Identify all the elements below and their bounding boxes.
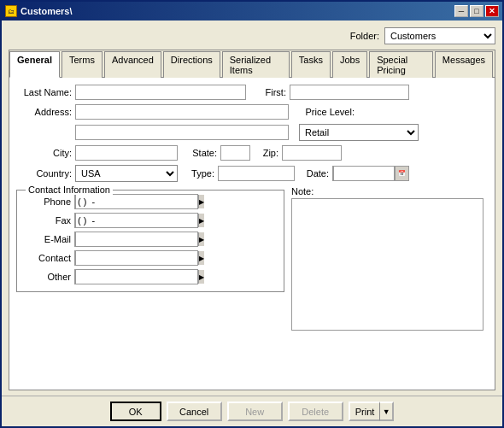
contact-row: Contact ▶ [24,250,277,266]
new-button[interactable]: New [227,402,283,421]
contact-input-wrapper: ▶ [74,250,194,266]
country-label: Country: [16,168,72,179]
price-level-label: Price Level: [299,107,355,117]
ok-button[interactable]: OK [110,402,161,421]
email-arrow-button[interactable]: ▶ [198,232,204,246]
print-button[interactable]: Print [349,402,381,421]
type-input[interactable] [218,166,295,181]
country-select[interactable]: USA Canada Mexico [75,165,178,182]
tab-general[interactable]: General [9,51,60,78]
city-state-zip-row: City: State: Zip: [16,145,488,161]
tab-terms[interactable]: Terms [62,51,103,78]
maximize-button[interactable]: □ [470,5,483,17]
address-price-row: Address: Price Level: [16,104,488,120]
contact-arrow-button[interactable]: ▶ [198,251,204,265]
folder-select[interactable]: Customers Vendors Employees [384,27,495,44]
tab-special-pricing[interactable]: Special Pricing [369,51,433,78]
phone-input-wrapper: ▶ [74,194,194,209]
address2-row: Retail Wholesale Special [16,124,488,141]
close-button[interactable]: ✕ [485,5,499,17]
date-input[interactable] [333,166,395,181]
last-name-label: Last Name: [16,87,72,97]
fax-arrow-button[interactable]: ▶ [198,214,204,227]
first-label: First: [256,87,286,97]
name-row: Last Name: First: [16,85,488,100]
phone-arrow-button[interactable]: ▶ [198,195,204,208]
print-dropdown-button[interactable]: ▼ [380,402,394,421]
tab-content-general: Last Name: First: Address: Price Level: [9,78,495,390]
zip-label: Zip: [257,148,278,158]
phone-row: Phone ▶ [24,194,277,209]
other-label: Other [24,272,71,282]
address1-input[interactable] [75,104,289,120]
phone-label: Phone [24,196,71,207]
other-row: Other ▶ [24,269,277,284]
date-label: Date: [302,168,329,179]
title-buttons: ─ □ ✕ [454,5,499,17]
tabs-header: General Terms Advanced Directions Serial… [9,50,495,78]
email-input-wrapper: ▶ [74,232,194,247]
tab-tasks[interactable]: Tasks [291,51,331,78]
price-level-select[interactable]: Retail Wholesale Special [299,124,419,141]
tabs-container: General Terms Advanced Directions Serial… [9,50,495,390]
date-picker-button[interactable]: 📅 [395,167,408,180]
folder-label: Folder: [350,31,379,41]
title-bar: 🗂 Customers\ ─ □ ✕ [2,2,502,21]
type-label: Type: [185,168,214,179]
fax-row: Fax ▶ [24,213,277,228]
note-section: Note: [291,186,488,331]
email-input[interactable] [75,232,198,247]
state-input[interactable] [220,145,250,161]
other-input[interactable] [75,269,198,284]
tab-directions[interactable]: Directions [163,51,220,78]
fax-input-wrapper: ▶ [74,213,194,228]
last-name-input[interactable] [75,85,246,100]
note-textarea[interactable] [291,198,483,331]
main-window: 🗂 Customers\ ─ □ ✕ Folder: Customers Ven… [0,0,504,428]
contact-input[interactable] [75,250,198,266]
other-arrow-button[interactable]: ▶ [198,270,204,284]
fax-label: Fax [24,215,71,226]
contact-label: Contact [24,253,71,263]
bottom-buttons: OK Cancel New Delete Print ▼ [2,396,502,426]
form-grid: Last Name: First: Address: Price Level: [16,85,488,331]
title-bar-left: 🗂 Customers\ [5,5,73,17]
phone-input[interactable] [75,194,198,209]
state-label: State: [185,148,217,158]
minimize-button[interactable]: ─ [454,5,468,17]
tab-advanced[interactable]: Advanced [104,51,161,78]
address2-input[interactable] [75,125,289,140]
other-input-wrapper: ▶ [74,269,194,284]
city-input[interactable] [75,145,178,161]
app-icon: 🗂 [5,5,17,17]
folder-row: Folder: Customers Vendors Employees [9,27,495,44]
email-label: E-Mail [24,234,71,244]
window-title: Customers\ [21,6,73,16]
print-button-wrapper: Print ▼ [349,402,395,421]
email-row: E-Mail ▶ [24,232,277,247]
delete-button[interactable]: Delete [288,402,343,421]
date-input-wrapper: 📅 [332,166,409,181]
city-label: City: [16,148,72,158]
zip-input[interactable] [282,145,342,161]
contact-section: Contact Information Phone ▶ [16,190,284,292]
left-column: Contact Information Phone ▶ [16,186,284,331]
tab-serialized-items[interactable]: Serialized Items [222,51,290,78]
tab-messages[interactable]: Messages [435,51,493,78]
window-body: Folder: Customers Vendors Employees Gene… [2,21,502,426]
first-name-input[interactable] [290,85,409,100]
fax-input[interactable] [75,213,198,228]
contact-section-title: Contact Information [26,185,113,195]
cancel-button[interactable]: Cancel [167,402,222,421]
country-type-date-row: Country: USA Canada Mexico Type: Date: 📅 [16,165,488,182]
address-label: Address: [16,107,72,117]
tab-jobs[interactable]: Jobs [332,51,367,78]
two-column-layout: Contact Information Phone ▶ [16,186,488,331]
note-label: Note: [291,186,488,196]
